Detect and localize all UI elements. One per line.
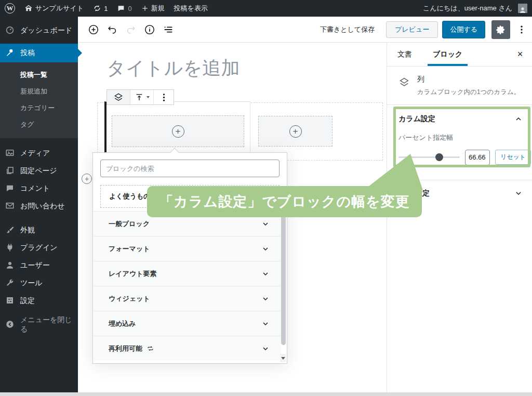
sidebar-tabs: 文書 ブロック × xyxy=(387,43,532,67)
settings-toggle-button[interactable] xyxy=(491,20,510,39)
tab-document[interactable]: 文書 xyxy=(387,43,422,66)
inserter-section-reusable[interactable]: 再利用可能 xyxy=(94,336,281,361)
block-navigation-button[interactable] xyxy=(159,20,178,39)
sidebar-item-contact[interactable]: お問い合わせ xyxy=(0,197,78,215)
sidebar-item-label: メニューを閉じる xyxy=(20,315,73,334)
section-label: 一般ブロック xyxy=(109,219,150,229)
sidebar-item-label: コメント xyxy=(20,184,50,193)
slider-handle[interactable] xyxy=(435,153,443,161)
site-name-link[interactable]: サンプルサイト xyxy=(20,0,88,17)
view-post-link[interactable]: 投稿を表示 xyxy=(169,0,212,17)
column-settings-panel: カラム設定 パーセント指定幅 リセット xyxy=(387,105,532,177)
chevron-down-icon xyxy=(514,189,523,197)
ellipsis-icon xyxy=(520,24,523,35)
redo-button[interactable] xyxy=(122,20,140,39)
most-used-panel[interactable]: よく使うもの xyxy=(100,185,280,208)
width-slider[interactable] xyxy=(398,156,460,158)
width-slider-row: リセット xyxy=(398,150,523,173)
update-count: 1 xyxy=(104,5,108,12)
inserter-section-embeds[interactable]: 埋め込み xyxy=(94,311,281,336)
save-draft-button[interactable]: 下書きとして保存 xyxy=(320,25,375,34)
updates-link[interactable]: 1 xyxy=(88,0,112,17)
chevron-down-icon xyxy=(261,245,270,253)
sidebar-item-tools[interactable]: ツール xyxy=(0,274,78,292)
submenu-item-categories[interactable]: カテゴリー xyxy=(0,100,78,116)
media-icon xyxy=(5,148,16,159)
close-sidebar-button[interactable]: × xyxy=(508,43,532,66)
plus-icon: + xyxy=(172,125,184,138)
sidebar-item-label: メディア xyxy=(20,149,50,158)
width-value-input[interactable] xyxy=(465,150,490,165)
chevron-down-icon xyxy=(261,220,270,228)
inserter-section-layout[interactable]: レイアウト要素 xyxy=(94,261,281,286)
inserter-toggle-button[interactable] xyxy=(84,20,103,39)
sidebar-collapse-menu[interactable]: メニューを閉じる xyxy=(0,316,78,334)
vertical-align-button[interactable] xyxy=(130,90,154,104)
sidebar-item-label: お問い合わせ xyxy=(20,202,64,211)
account-menu[interactable]: こんにちは、user-name さん xyxy=(418,0,532,17)
publish-button[interactable]: 公開する xyxy=(442,21,485,38)
mail-icon xyxy=(5,201,16,212)
inserter-section-common-blocks[interactable]: 一般ブロック xyxy=(94,211,281,236)
block-appender-left[interactable]: + xyxy=(112,115,244,147)
submenu-item-add-new[interactable]: 新規追加 xyxy=(0,83,78,100)
greeting-label: こんにちは、user-name さん xyxy=(423,4,512,13)
section-label: フォーマット xyxy=(109,244,150,254)
submenu-item-all-posts[interactable]: 投稿一覧 xyxy=(0,67,78,83)
content-structure-button[interactable] xyxy=(140,20,159,39)
sidebar-item-label: 固定ページ xyxy=(20,166,57,176)
avatar xyxy=(518,4,527,13)
tab-block[interactable]: ブロック xyxy=(422,43,473,66)
sidebar-item-label: ツール xyxy=(20,279,43,288)
block-search-input[interactable] xyxy=(100,160,280,177)
sidebar-item-dashboard[interactable]: ダッシュボード xyxy=(0,22,78,39)
sidebar-item-comments[interactable]: コメント xyxy=(0,180,78,197)
new-label: 新規 xyxy=(151,4,165,13)
plus-icon: + xyxy=(289,125,302,138)
sidebar-item-appearance[interactable]: 外観 xyxy=(0,221,78,239)
undo-button[interactable] xyxy=(103,20,122,39)
pages-icon xyxy=(5,166,16,176)
sidebar-item-posts[interactable]: 投稿 xyxy=(0,44,78,62)
advanced-settings-panel[interactable]: 高度な設定 xyxy=(387,180,532,206)
admin-bar: W サンプルサイト 1 0 新規 投稿を表示 こんにちは、user-name さ… xyxy=(0,0,532,17)
block-more-options-button[interactable] xyxy=(154,90,174,104)
add-block-button[interactable]: + xyxy=(82,174,92,184)
preview-button[interactable]: プレビュー xyxy=(386,21,438,38)
sidebar-item-settings[interactable]: 設定 xyxy=(0,292,78,310)
ellipsis-icon xyxy=(163,93,165,102)
post-title-placeholder[interactable]: タイトルを追加 xyxy=(107,56,240,81)
width-percent-label: パーセント指定幅 xyxy=(398,133,523,142)
scrollbar-down-button[interactable] xyxy=(280,354,286,362)
sidebar-item-pages[interactable]: 固定ページ xyxy=(0,162,78,180)
comments-link[interactable]: 0 xyxy=(112,0,136,17)
home-icon xyxy=(24,4,33,12)
block-switcher-button[interactable] xyxy=(107,90,130,104)
submenu-item-tags[interactable]: タグ xyxy=(0,116,78,133)
reset-button[interactable]: リセット xyxy=(495,150,531,165)
block-appender-right[interactable]: + xyxy=(258,116,332,147)
inserter-section-widgets[interactable]: ウィジェット xyxy=(94,286,281,311)
inserter-section-formatting[interactable]: フォーマット xyxy=(94,236,281,261)
posts-submenu: 投稿一覧 新規追加 カテゴリー タグ xyxy=(0,62,78,138)
appearance-icon xyxy=(5,225,16,235)
scrollbar-thumb[interactable] xyxy=(281,210,286,345)
popup-scrollbar[interactable] xyxy=(281,154,286,363)
chevron-down-icon xyxy=(261,295,270,303)
sidebar-item-media[interactable]: メディア xyxy=(0,144,78,162)
section-label: レイアウト要素 xyxy=(109,269,157,279)
more-tools-button[interactable] xyxy=(515,20,528,39)
plus-icon xyxy=(141,5,149,12)
sidebar-item-users[interactable]: ユーザー xyxy=(0,257,78,274)
wordpress-menu[interactable]: W xyxy=(0,0,20,17)
updates-icon xyxy=(93,4,101,12)
view-post-label: 投稿を表示 xyxy=(174,4,208,13)
reusable-block-icon xyxy=(147,345,154,352)
sidebar-item-plugins[interactable]: プラグイン xyxy=(0,239,78,257)
column-settings-header[interactable]: カラム設定 xyxy=(398,114,523,124)
block-title: 列 xyxy=(417,75,520,84)
sidebar-item-label: 投稿 xyxy=(20,48,35,58)
comment-icon xyxy=(5,183,16,194)
dropdown-caret-icon xyxy=(147,96,150,98)
new-content-link[interactable]: 新規 xyxy=(137,0,169,17)
